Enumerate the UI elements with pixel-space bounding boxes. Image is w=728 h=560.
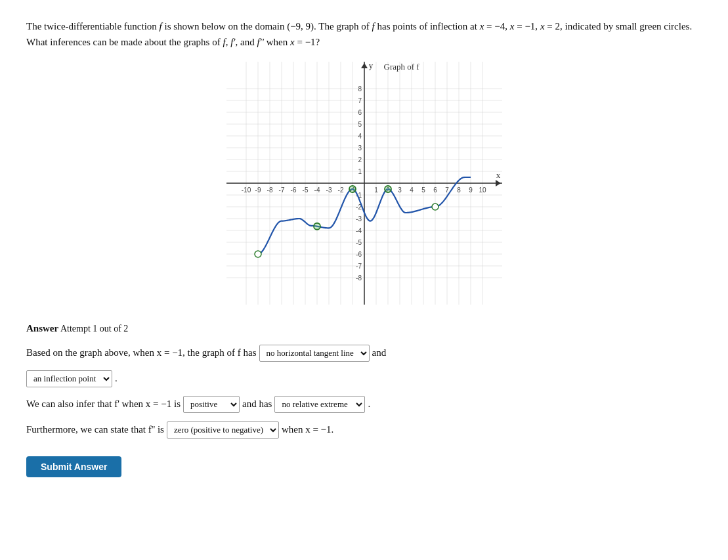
row1b-period: . <box>115 368 118 389</box>
row2-select[interactable]: positive negative zero undefined <box>183 396 240 413</box>
row1-prefix: Based on the graph above, when x = −1, t… <box>26 342 257 364</box>
function-graph <box>226 62 502 305</box>
row2-select2[interactable]: no relative extreme a relative minimum a… <box>274 396 365 413</box>
answer-row-1b: an inflection point a local minimum a lo… <box>26 368 702 389</box>
submit-button[interactable]: Submit Answer <box>26 456 121 477</box>
graph-label: Graph of f <box>384 62 419 72</box>
answer-label: Answer <box>26 323 58 334</box>
row3-prefix: Furthermore, we can state that f'' is <box>26 419 164 441</box>
row3-select[interactable]: zero (positive to negative) zero (negati… <box>167 421 279 439</box>
row2-prefix: We can also infer that f' when x = −1 is <box>26 393 181 415</box>
row2-suffix: and has <box>242 393 272 415</box>
page: The twice-differentiable function f is s… <box>0 0 728 560</box>
problem-text: The twice-differentiable function f is s… <box>26 18 696 50</box>
graph-container: Graph of f <box>26 62 702 305</box>
row2-period: . <box>368 393 370 415</box>
answer-row-1: Based on the graph above, when x = −1, t… <box>26 342 702 364</box>
row3-suffix: when x = −1. <box>282 419 333 441</box>
row1-suffix: and <box>372 342 387 364</box>
answer-section: Answer Attempt 1 out of 2 Based on the g… <box>26 323 702 477</box>
row1b-select[interactable]: an inflection point a local minimum a lo… <box>26 370 112 387</box>
attempt-label: Attempt 1 out of 2 <box>60 324 128 334</box>
answer-header: Answer Attempt 1 out of 2 <box>26 323 702 334</box>
row1-select[interactable]: no horizontal tangent line a horizontal … <box>259 345 370 362</box>
answer-row-3: Furthermore, we can state that f'' is ze… <box>26 419 702 441</box>
answer-row-2: We can also infer that f' when x = −1 is… <box>26 393 702 415</box>
